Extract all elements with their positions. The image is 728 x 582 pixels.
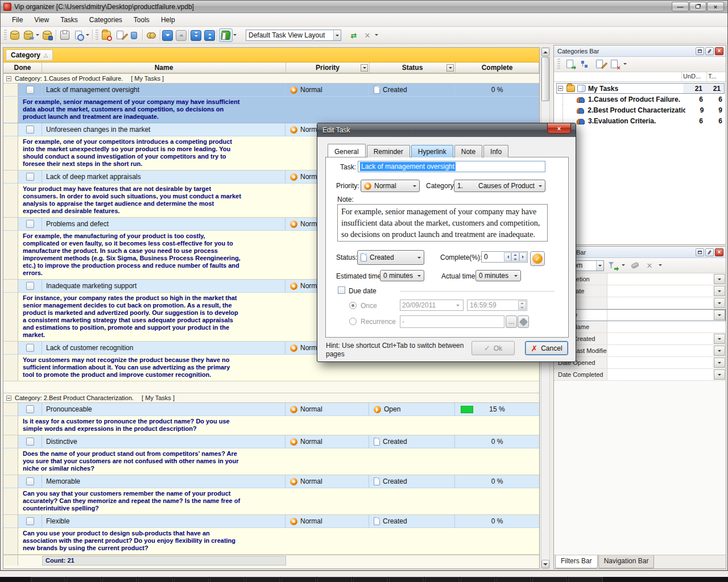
once-time-spinner[interactable]: 16:59:59 — [467, 300, 527, 311]
move-top-button[interactable] — [204, 30, 215, 41]
priority-combo[interactable]: Normal — [361, 180, 420, 192]
ok-button[interactable]: ✓ Ok — [471, 341, 515, 355]
spin-left-button[interactable] — [504, 252, 511, 261]
complete-toggle-button[interactable]: ✓ — [530, 251, 545, 266]
cancel-button[interactable]: ✗ Cancel — [525, 341, 568, 355]
filter-row[interactable]: Date Completed — [554, 369, 726, 381]
show-notes-button[interactable] — [219, 28, 233, 42]
column-header-name[interactable]: Name — [42, 63, 286, 73]
open-database-dropdown[interactable] — [36, 34, 39, 38]
recurrence-radio[interactable] — [349, 318, 357, 325]
delete-filter-button[interactable]: ✕ — [643, 259, 656, 272]
scroll-down-button[interactable] — [541, 560, 549, 568]
layout-combo-dropdown[interactable] — [333, 30, 341, 40]
menu-file[interactable]: File — [6, 14, 28, 26]
task-done-checkbox[interactable] — [26, 173, 34, 181]
menu-view[interactable]: View — [28, 14, 55, 26]
tree-item-category[interactable]: 3.Evaluation Criteria. 6 6 — [556, 115, 726, 126]
move-up-button[interactable] — [176, 30, 187, 41]
task-done-checkbox[interactable] — [26, 220, 34, 228]
filter-dropdown-button[interactable] — [714, 357, 725, 368]
filter-row[interactable]: Task Name — [554, 321, 726, 333]
tree-root-my-tasks[interactable]: My Tasks 21 21 — [556, 83, 725, 94]
priority-filter-button[interactable] — [361, 64, 368, 72]
tab-navigation-bar[interactable]: Navigation Bar — [598, 555, 655, 568]
column-header-done[interactable]: Done — [3, 63, 42, 73]
menu-tools[interactable]: Tools — [128, 14, 155, 26]
filter-dropdown-button[interactable] — [714, 346, 725, 356]
tree-item-category[interactable]: 1.Causes of Product Failure. 6 6 — [556, 94, 726, 105]
scrollbar-thumb[interactable] — [541, 57, 549, 101]
new-database-button[interactable] — [8, 28, 22, 42]
panel-close-button[interactable]: × — [715, 248, 723, 256]
apply-layout-button[interactable]: ⇄ — [347, 28, 361, 42]
edit-category-button[interactable] — [593, 58, 606, 70]
filter-dropdown-button[interactable] — [714, 274, 725, 284]
due-date-checkbox[interactable] — [338, 286, 345, 294]
filter-dropdown-button[interactable] — [714, 286, 725, 296]
column-header-complete[interactable]: Complete — [456, 63, 539, 73]
filter-dropdown-button[interactable] — [714, 298, 725, 308]
task-row[interactable]: Distinctive Normal Created 0 % — [3, 435, 539, 448]
dialog-titlebar[interactable]: Edit Task — [317, 123, 576, 137]
task-row[interactable]: Flexible Normal Created 0 % — [3, 515, 539, 528]
actual-time-combo[interactable]: 0 minutes — [475, 270, 521, 281]
filter-dropdown-button[interactable] — [714, 369, 725, 380]
new-subcategory-button[interactable] — [578, 58, 591, 70]
column-header-priority[interactable]: Priority — [286, 63, 370, 73]
task-note-row[interactable]: Is it easy for a customer to pronounce t… — [3, 416, 539, 435]
edit-task-button[interactable] — [113, 28, 127, 42]
restore-button[interactable] — [689, 2, 706, 11]
panel-close-button[interactable]: × — [715, 47, 723, 55]
category-group-row[interactable]: Category: 2.Best Product Characterizatio… — [3, 393, 539, 403]
task-note-row[interactable]: Can you use your product to design sub-p… — [3, 528, 539, 555]
filter-row[interactable]: Due Date — [554, 285, 726, 297]
task-done-checkbox[interactable] — [26, 405, 34, 413]
filter-preset-dropdown[interactable] — [596, 261, 603, 271]
minimize-button[interactable]: — — [672, 2, 689, 11]
panel-pin-button[interactable] — [705, 47, 714, 55]
close-button[interactable]: × — [707, 2, 724, 11]
task-row[interactable]: Lack of management oversight Normal Crea… — [3, 84, 539, 97]
filter-row[interactable]: Completion — [554, 273, 726, 285]
filter-dropdown-button[interactable] — [714, 310, 725, 320]
dialog-close-button[interactable]: × — [547, 123, 571, 134]
search-button[interactable] — [144, 28, 158, 42]
recurrence-field[interactable]: - — [400, 315, 504, 328]
once-date-combo[interactable]: 20/09/2011 — [400, 300, 464, 311]
collapse-icon[interactable] — [558, 86, 563, 91]
windows-taskbar[interactable] — [0, 577, 728, 582]
task-done-checkbox[interactable] — [26, 282, 34, 290]
task-note-row[interactable]: Does the name of your product stand out … — [3, 448, 539, 475]
panel-restore-button[interactable] — [696, 248, 704, 256]
task-done-checkbox[interactable] — [26, 344, 34, 352]
recurrence-clear-button[interactable] — [518, 315, 529, 328]
task-done-checkbox[interactable] — [26, 86, 34, 94]
task-row[interactable]: Pronounceable Normal Open 15 % — [3, 403, 539, 416]
panel-restore-button[interactable] — [696, 47, 704, 55]
delete-category-button[interactable]: × — [608, 58, 621, 70]
task-note-row[interactable]: For example, senior management of your c… — [3, 97, 539, 123]
tab-info[interactable]: Info — [483, 145, 508, 157]
clear-filter-button[interactable] — [628, 259, 641, 272]
task-done-checkbox[interactable] — [26, 517, 34, 525]
category-group-row[interactable]: Category: 1.Causes of Product Failure. [… — [3, 73, 539, 84]
task-done-checkbox[interactable] — [26, 126, 34, 134]
categories-toolbar-dropdown[interactable] — [623, 63, 627, 66]
layout-combo[interactable]: Default Task View Layout — [246, 30, 341, 41]
delete-layout-button[interactable]: ✕ — [361, 28, 374, 42]
tab-filters-bar[interactable]: Filters Bar — [555, 555, 598, 568]
apply-filter-button[interactable] — [606, 259, 619, 272]
complete-spinner[interactable]: 0 — [481, 251, 528, 263]
time-updown-button[interactable] — [518, 301, 526, 310]
tab-note[interactable]: Note — [454, 145, 482, 157]
menu-tasks[interactable]: Tasks — [55, 14, 84, 26]
filter-dropdown-button[interactable] — [714, 334, 725, 344]
save-database-button[interactable] — [40, 28, 54, 42]
task-done-checkbox[interactable] — [26, 438, 34, 446]
group-by-category-box[interactable]: Category △ — [6, 49, 53, 61]
task-input[interactable]: Lack of management oversight — [358, 161, 545, 172]
collapse-icon[interactable] — [6, 396, 11, 401]
new-category-button[interactable] — [564, 58, 576, 70]
task-row[interactable]: Memorable Normal Created 0 % — [3, 475, 539, 488]
